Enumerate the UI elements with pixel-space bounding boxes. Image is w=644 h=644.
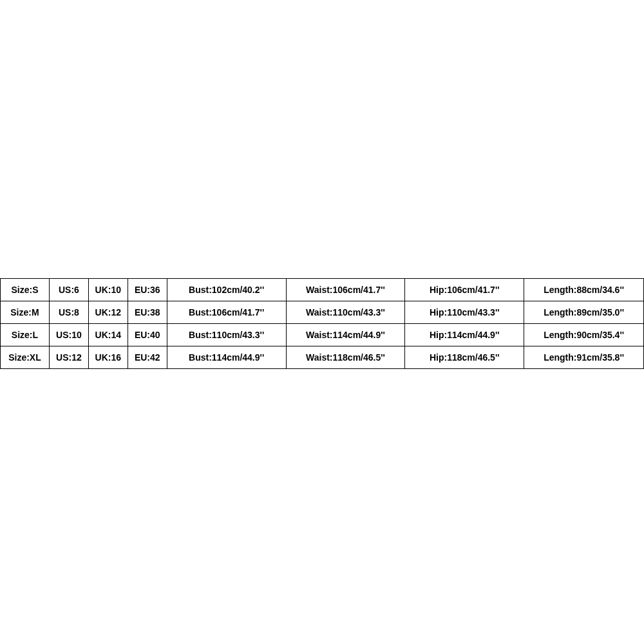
cell-length: Length:89cm/35.0'' (524, 301, 644, 324)
cell-eu: EU:42 (128, 346, 167, 369)
cell-waist: Waist:106cm/41.7'' (286, 279, 405, 301)
cell-hip: Hip:106cm/41.7'' (405, 279, 524, 301)
cell-eu: EU:40 (128, 324, 167, 346)
cell-length: Length:90cm/35.4'' (524, 324, 644, 346)
size-chart-container: Size:S US:6 UK:10 EU:36 Bust:102cm/40.2'… (0, 278, 644, 369)
cell-eu: EU:38 (128, 301, 167, 324)
cell-us: US:12 (49, 346, 88, 369)
cell-size: Size:M (1, 301, 50, 324)
table-row: Size:S US:6 UK:10 EU:36 Bust:102cm/40.2'… (1, 279, 644, 301)
cell-us: US:10 (49, 324, 88, 346)
cell-length: Length:91cm/35.8'' (524, 346, 644, 369)
cell-size: Size:L (1, 324, 50, 346)
table-row: Size:M US:8 UK:12 EU:38 Bust:106cm/41.7'… (1, 301, 644, 324)
size-chart-table: Size:S US:6 UK:10 EU:36 Bust:102cm/40.2'… (0, 278, 644, 369)
cell-waist: Waist:110cm/43.3'' (286, 301, 405, 324)
cell-size: Size:XL (1, 346, 50, 369)
cell-eu: EU:36 (128, 279, 167, 301)
cell-bust: Bust:114cm/44.9'' (167, 346, 286, 369)
table-row: Size:XL US:12 UK:16 EU:42 Bust:114cm/44.… (1, 346, 644, 369)
cell-bust: Bust:102cm/40.2'' (167, 279, 286, 301)
cell-uk: UK:10 (88, 279, 128, 301)
cell-us: US:8 (49, 301, 88, 324)
cell-hip: Hip:110cm/43.3'' (405, 301, 524, 324)
cell-hip: Hip:114cm/44.9'' (405, 324, 524, 346)
cell-hip: Hip:118cm/46.5'' (405, 346, 524, 369)
table-row: Size:L US:10 UK:14 EU:40 Bust:110cm/43.3… (1, 324, 644, 346)
cell-bust: Bust:110cm/43.3'' (167, 324, 286, 346)
cell-bust: Bust:106cm/41.7'' (167, 301, 286, 324)
cell-uk: UK:12 (88, 301, 128, 324)
cell-us: US:6 (49, 279, 88, 301)
cell-size: Size:S (1, 279, 50, 301)
cell-waist: Waist:114cm/44.9'' (286, 324, 405, 346)
cell-waist: Waist:118cm/46.5'' (286, 346, 405, 369)
cell-uk: UK:16 (88, 346, 128, 369)
cell-uk: UK:14 (88, 324, 128, 346)
cell-length: Length:88cm/34.6'' (524, 279, 644, 301)
